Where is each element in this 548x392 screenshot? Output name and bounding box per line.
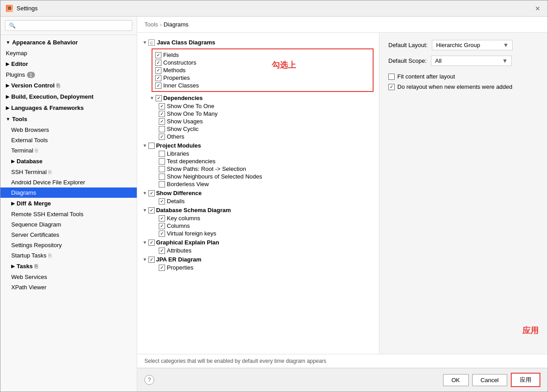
attributes-checkbox[interactable] <box>159 248 165 254</box>
show-one-to-many-checkbox[interactable] <box>159 111 165 117</box>
others-checkbox[interactable] <box>159 134 165 140</box>
sidebar-item-appearance[interactable]: ▼ Appearance & Behavior <box>0 37 137 48</box>
collapse-arrow[interactable]: ▼ <box>143 191 147 196</box>
project-modules-label: Project Modules <box>156 142 201 149</box>
dependencies-section: ▼ Dependencies Show One To One Sho <box>150 94 374 140</box>
show-usages-checkbox[interactable] <box>159 118 165 125</box>
sidebar-item-settings-repository[interactable]: Settings Repository <box>0 240 137 250</box>
sidebar-item-diff-merge[interactable]: ▶ Diff & Merge <box>0 198 137 209</box>
sidebar-item-languages[interactable]: ▶ Languages & Frameworks <box>0 102 137 113</box>
sidebar-item-version-control[interactable]: ▶ Version Control ⎘ <box>0 80 137 91</box>
sidebar-item-label: Android Device File Explorer <box>11 179 85 186</box>
help-button[interactable]: ? <box>144 375 154 385</box>
sidebar-item-build[interactable]: ▶ Build, Execution, Deployment <box>0 91 137 102</box>
arrow-icon: ▶ <box>6 94 9 99</box>
jpa-er-label: JPA ER Diagram <box>156 256 201 263</box>
methods-checkbox[interactable] <box>155 67 161 74</box>
constructors-checkbox[interactable] <box>155 60 161 66</box>
graphical-explain-label: Graphical Explain Plan <box>156 239 219 246</box>
project-modules-children: Libraries Test dependencies Show Paths: … <box>159 150 374 188</box>
sidebar-item-remote-ssh[interactable]: Remote SSH External Tools <box>0 209 137 219</box>
sidebar-item-web-services[interactable]: Web Services <box>0 272 137 282</box>
relayout-label: Do relayout when new elements were added <box>397 83 513 90</box>
dependencies-label: Dependencies <box>163 95 203 101</box>
show-one-to-many-row: Show One To Many <box>159 110 374 118</box>
show-cyclic-checkbox[interactable] <box>159 126 165 132</box>
sidebar-item-keymap[interactable]: Keymap <box>0 48 137 58</box>
collapse-arrow[interactable]: ▼ <box>143 257 147 262</box>
sidebar-item-sequence-diagram[interactable]: Sequence Diagram <box>0 219 137 230</box>
sidebar-item-tools[interactable]: ▼ Tools <box>0 113 137 125</box>
default-layout-dropdown[interactable]: Hierarchic Group ▼ <box>432 40 513 50</box>
project-modules-checkbox[interactable] <box>148 143 155 149</box>
jpa-er-checkbox[interactable] <box>148 257 155 263</box>
collapse-arrow[interactable]: ▼ <box>143 240 147 245</box>
annotation-apply-hint: 应用 <box>522 325 539 336</box>
collapse-arrow[interactable]: ▼ <box>143 40 147 45</box>
show-one-to-one-checkbox[interactable] <box>159 103 165 109</box>
show-cyclic-label: Show Cyclic <box>167 126 199 132</box>
jpa-properties-checkbox[interactable] <box>159 265 165 271</box>
sidebar-item-tasks[interactable]: ▶ Tasks ⎘ <box>0 261 137 272</box>
inner-classes-checkbox[interactable] <box>155 83 161 89</box>
virtual-foreign-keys-checkbox[interactable] <box>159 231 165 237</box>
ok-button[interactable]: OK <box>443 374 469 386</box>
copy-icon: ⎘ <box>35 263 38 270</box>
properties-checkbox[interactable] <box>155 75 161 81</box>
methods-label: Methods <box>163 67 186 74</box>
arrow-icon: ▶ <box>11 264 15 269</box>
default-scope-dropdown[interactable]: All ▼ <box>431 56 512 66</box>
jpa-properties-label: Properties <box>167 264 193 271</box>
sidebar-item-xpath-viewer[interactable]: XPath Viewer <box>0 282 137 292</box>
cancel-button[interactable]: Cancel <box>472 374 507 386</box>
sidebar-item-terminal[interactable]: Terminal ⎘ <box>0 145 137 156</box>
settings-panel: Default Layout: Hierarchic Group ▼ Defau… <box>379 33 548 354</box>
show-paths-checkbox[interactable] <box>159 166 165 172</box>
collapse-arrow[interactable]: ▼ <box>143 143 147 148</box>
sidebar-item-diagrams[interactable]: Diagrams <box>0 187 137 198</box>
relayout-checkbox[interactable] <box>388 84 395 90</box>
columns-checkbox[interactable] <box>159 223 165 229</box>
collapse-arrow[interactable]: ▼ <box>150 96 154 100</box>
sidebar-item-label: Database <box>17 158 43 165</box>
jpa-er-children: Properties <box>159 264 374 271</box>
sidebar-item-label: Version Control <box>11 82 55 89</box>
fit-content-checkbox[interactable] <box>388 74 395 80</box>
arrow-icon: ▶ <box>6 61 9 66</box>
sidebar-item-label: Server Certificates <box>11 231 59 238</box>
sidebar-item-label: Sequence Diagram <box>11 221 61 228</box>
copy-icon: ⎘ <box>57 83 60 89</box>
show-difference-checkbox[interactable] <box>148 190 155 196</box>
sidebar-item-external-tools[interactable]: External Tools <box>0 135 137 145</box>
sidebar-item-startup-tasks[interactable]: Startup Tasks ⎘ <box>0 250 137 261</box>
graphical-explain-checkbox[interactable] <box>148 240 155 246</box>
columns-label: Columns <box>167 222 190 229</box>
close-button[interactable]: ✕ <box>533 4 542 13</box>
jpa-er-header: ▼ JPA ER Diagram <box>143 255 374 264</box>
tree-panel: ▼ C Java Class Diagrams Fields Cons <box>137 33 379 354</box>
details-checkbox[interactable] <box>159 198 165 205</box>
sidebar-item-plugins[interactable]: Plugins 1 <box>0 70 137 80</box>
jpa-properties-row: Properties <box>159 264 374 271</box>
show-difference-header: ▼ Show Difference <box>143 189 374 197</box>
sidebar-item-label: Web Browsers <box>11 126 49 133</box>
database-schema-checkbox[interactable] <box>148 207 155 213</box>
show-one-to-one-row: Show One To One <box>159 102 374 110</box>
borderless-view-checkbox[interactable] <box>159 181 165 187</box>
collapse-arrow[interactable]: ▼ <box>143 208 147 213</box>
show-neighbours-checkbox[interactable] <box>159 174 165 180</box>
libraries-checkbox[interactable] <box>159 151 165 157</box>
sidebar-item-android-device[interactable]: Android Device File Explorer <box>0 177 137 187</box>
content-area: ▼ C Java Class Diagrams Fields Cons <box>137 33 548 354</box>
key-columns-checkbox[interactable] <box>159 215 165 222</box>
sidebar-item-editor[interactable]: ▶ Editor <box>0 58 137 70</box>
sidebar-item-database[interactable]: ▶ Database <box>0 156 137 167</box>
search-input[interactable] <box>5 20 132 31</box>
sidebar-item-ssh-terminal[interactable]: SSH Terminal ⎘ <box>0 167 137 177</box>
dependencies-checkbox[interactable] <box>156 95 162 101</box>
sidebar-item-web-browsers[interactable]: Web Browsers <box>0 125 137 135</box>
sidebar-item-server-certificates[interactable]: Server Certificates <box>0 230 137 240</box>
test-dependencies-checkbox[interactable] <box>159 158 165 165</box>
apply-button[interactable]: 应用 <box>511 373 540 387</box>
fields-checkbox[interactable] <box>155 52 161 58</box>
